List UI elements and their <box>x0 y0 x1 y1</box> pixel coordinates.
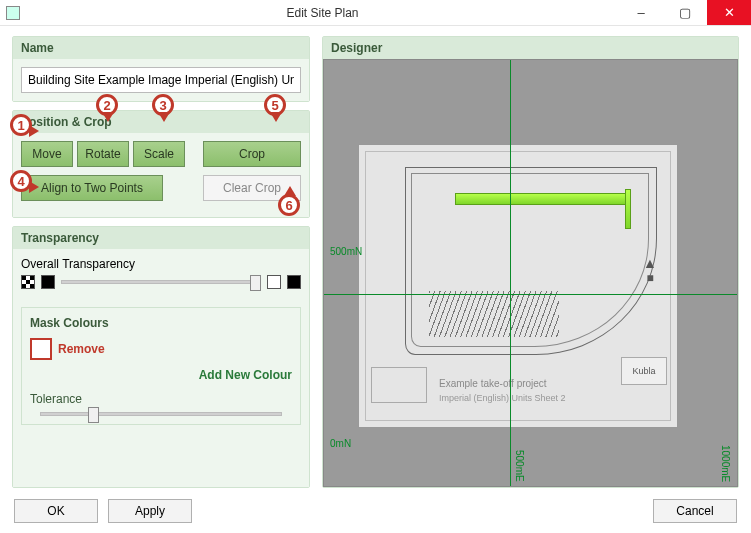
app-icon <box>6 6 20 20</box>
callout-1: 1 <box>10 114 32 136</box>
title-block <box>371 367 427 403</box>
move-button[interactable]: Move <box>21 141 73 167</box>
mask-colours-header: Mask Colours <box>30 316 292 330</box>
maximize-button[interactable]: ▢ <box>663 0 707 25</box>
callout-2: 2 <box>96 94 118 116</box>
designer-header: Designer <box>323 37 738 59</box>
designer-canvas[interactable]: ▲■ Example take-off project Imperial (En… <box>323 59 738 487</box>
overall-transparency-slider[interactable] <box>61 280 261 284</box>
name-panel: Name <box>12 36 310 102</box>
callout-5: 5 <box>264 94 286 116</box>
crosshair-vertical <box>510 60 511 486</box>
axis-label-1000mE: 1000mE <box>720 445 731 482</box>
measurement-bar-end <box>625 189 631 229</box>
callout-4: 4 <box>10 170 32 192</box>
overall-transparency-label: Overall Transparency <box>21 257 301 271</box>
opaque-black-swatch-icon <box>41 275 55 289</box>
window-title: Edit Site Plan <box>26 6 619 20</box>
scale-button[interactable]: Scale <box>133 141 185 167</box>
dialog-footer: OK Apply Cancel <box>0 489 751 533</box>
drawing-title: Example take-off project <box>439 378 547 389</box>
name-input[interactable] <box>21 67 301 93</box>
north-arrow-icon: ▲■ <box>641 255 659 285</box>
crop-button[interactable]: Crop <box>203 141 301 167</box>
white-swatch-icon <box>267 275 281 289</box>
titlebar: Edit Site Plan – ▢ ✕ <box>0 0 751 26</box>
crosshair-horizontal <box>324 294 737 295</box>
callout-3: 3 <box>152 94 174 116</box>
cancel-button[interactable]: Cancel <box>653 499 737 523</box>
rotate-button[interactable]: Rotate <box>77 141 129 167</box>
overall-transparency-thumb[interactable] <box>250 275 261 291</box>
axis-label-500mN: 500mN <box>330 246 362 257</box>
tolerance-thumb[interactable] <box>88 407 99 423</box>
black-swatch-icon <box>287 275 301 289</box>
measurement-bar <box>455 193 627 205</box>
drawing-subtitle: Imperial (English) Units Sheet 2 <box>439 393 566 403</box>
close-button[interactable]: ✕ <box>707 0 751 25</box>
axis-label-500mE: 500mE <box>514 450 525 482</box>
axis-label-0mN: 0mN <box>330 438 351 449</box>
transparency-panel: Transparency Overall Transparency Mask C… <box>12 226 310 488</box>
site-plan-drawing: ▲■ Example take-off project Imperial (En… <box>358 144 678 428</box>
apply-button[interactable]: Apply <box>108 499 192 523</box>
tolerance-slider[interactable] <box>40 412 282 416</box>
designer-panel: Designer ▲■ Example take-off project Imp… <box>322 36 739 488</box>
transparent-swatch-icon <box>21 275 35 289</box>
position-crop-panel: Position & Crop Move Rotate Scale Crop A… <box>12 110 310 218</box>
name-header: Name <box>13 37 309 59</box>
callout-6: 6 <box>278 194 300 216</box>
kubla-logo: Kubla <box>621 357 667 385</box>
minimize-button[interactable]: – <box>619 0 663 25</box>
remove-colour-link[interactable]: Remove <box>58 342 105 356</box>
add-new-colour-link[interactable]: Add New Colour <box>30 368 292 382</box>
transparency-header: Transparency <box>13 227 309 249</box>
ok-button[interactable]: OK <box>14 499 98 523</box>
align-two-points-button[interactable]: Align to Two Points <box>21 175 163 201</box>
mask-colour-swatch[interactable] <box>30 338 52 360</box>
tolerance-label: Tolerance <box>30 392 292 406</box>
